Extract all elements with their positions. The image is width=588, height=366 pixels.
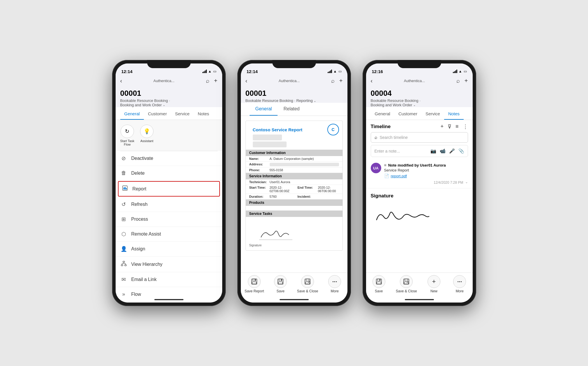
menu-item-remote-assist[interactable]: ⬡ Remote Assist bbox=[116, 227, 222, 242]
tab-customer-3[interactable]: Customer bbox=[394, 108, 421, 120]
new-button-3[interactable]: + New bbox=[425, 275, 443, 293]
battery-icon-2: ▭ bbox=[338, 69, 342, 73]
tab-service-3[interactable]: Service bbox=[421, 108, 444, 120]
process-icon: ⊞ bbox=[120, 216, 127, 222]
timeline-more-icon[interactable]: ⋮ bbox=[463, 123, 468, 130]
add-icon-2[interactable]: + bbox=[339, 77, 343, 84]
home-indicator-3 bbox=[366, 297, 473, 303]
more-button-3[interactable]: ··· More bbox=[451, 275, 468, 293]
tab-related-2[interactable]: Related bbox=[278, 103, 305, 116]
note-timestamp: 12/4/2020 7:28 PM bbox=[434, 181, 463, 185]
svg-rect-6 bbox=[125, 265, 126, 266]
save-button-3[interactable]: Save bbox=[370, 275, 388, 293]
save-close-button-3[interactable]: Save & Close bbox=[396, 275, 417, 293]
save-report-icon bbox=[248, 275, 261, 288]
menu-item-flow[interactable]: » Flow bbox=[116, 287, 222, 297]
notch-2 bbox=[272, 60, 316, 68]
avatar-ua: UA bbox=[371, 163, 381, 173]
search-icon-3[interactable]: ⌕ bbox=[456, 77, 460, 84]
chevron-down-icon-2[interactable]: ⌄ bbox=[314, 99, 316, 102]
tabs-bar-3: General Customer Service Notes bbox=[366, 108, 473, 120]
tab-general-2[interactable]: General bbox=[250, 103, 278, 116]
status-icons-1: ▲ ▭ bbox=[202, 69, 216, 73]
menu-item-assign[interactable]: 👤 Assign bbox=[116, 242, 222, 257]
quick-action-start-task-flow[interactable]: ↻ Start TaskFlow bbox=[120, 125, 135, 146]
save-close-label-2: Save & Close bbox=[297, 289, 318, 293]
back-button-3[interactable]: ‹ bbox=[371, 77, 373, 84]
wifi-icon-3: ▲ bbox=[459, 69, 462, 73]
attach-icon[interactable]: 📎 bbox=[458, 148, 464, 154]
tab-notes-1[interactable]: Notes bbox=[194, 108, 213, 120]
chevron-down-icon-1[interactable]: ⌄ bbox=[163, 103, 165, 107]
report-service-header: Service Information bbox=[246, 173, 342, 179]
report-container: Contoso Service Report C Customer Inform… bbox=[241, 116, 347, 255]
menu-item-view-hierarchy[interactable]: View Hierarchy bbox=[116, 257, 222, 272]
phone-2: 12:14 ▲ ▭ ‹ Authentica... ⌕ + bbox=[237, 60, 351, 306]
save-report-button[interactable]: Save Report bbox=[245, 275, 264, 293]
svg-rect-16 bbox=[278, 279, 283, 284]
menu-item-report[interactable]: Report bbox=[118, 181, 220, 197]
view-hierarchy-icon bbox=[120, 261, 127, 268]
phone-2-inner: 12:14 ▲ ▭ ‹ Authentica... ⌕ + bbox=[241, 63, 347, 303]
svg-rect-18 bbox=[278, 282, 282, 284]
timeline-add-icon[interactable]: + bbox=[440, 123, 444, 130]
home-indicator-2 bbox=[241, 297, 347, 303]
save-close-icon-2 bbox=[301, 275, 314, 288]
report-two-col-duration: Duration: 5760 Incident: bbox=[246, 194, 342, 199]
save-close-button-2[interactable]: Save & Close bbox=[297, 275, 318, 293]
menu-item-refresh[interactable]: ↺ Refresh bbox=[116, 197, 222, 212]
phone-3: 12:16 ▲ ▭ ‹ Authentica... ⌕ + bbox=[363, 60, 476, 306]
signal-icon-3 bbox=[453, 70, 457, 73]
note-input-area[interactable]: Enter a note... 📷 📹 🎤 📎 bbox=[371, 145, 468, 157]
report-field-name: Name: A. Datum Corporation (sample) bbox=[246, 156, 342, 162]
tab-customer-1[interactable]: Customer bbox=[144, 108, 171, 120]
nav-actions-3: ⌕ + bbox=[456, 77, 468, 84]
report-card: Contoso Service Report C Customer Inform… bbox=[246, 121, 343, 251]
menu-item-deactivate[interactable]: ⊘ Deactivate bbox=[116, 151, 222, 166]
save-button-2[interactable]: Save bbox=[272, 275, 289, 293]
signal-icon-1 bbox=[202, 70, 207, 73]
quick-action-assistant[interactable]: 💡 Assistant bbox=[140, 125, 153, 146]
menu-item-process[interactable]: ⊞ Process bbox=[116, 212, 222, 227]
add-icon-3[interactable]: + bbox=[465, 77, 468, 84]
report-field-technician: Technician: User01 Aurora bbox=[246, 179, 342, 185]
mic-icon[interactable]: 🎤 bbox=[449, 148, 455, 154]
chevron-down-icon-3[interactable]: ⌄ bbox=[413, 103, 416, 107]
wifi-icon-1: ▲ bbox=[208, 69, 212, 73]
status-icons-2: ▲ ▭ bbox=[328, 69, 342, 73]
search-timeline[interactable]: ⌕ Search timeline bbox=[371, 132, 468, 143]
home-indicator-1 bbox=[116, 297, 222, 303]
email-link-icon: ✉ bbox=[120, 276, 127, 283]
menu-item-email-link[interactable]: ✉ Email a Link bbox=[116, 272, 222, 287]
tab-general-3[interactable]: General bbox=[371, 108, 394, 120]
tabs-bar-2: General Related bbox=[241, 103, 347, 116]
search-icon-1[interactable]: ⌕ bbox=[206, 77, 209, 84]
timeline-filter-icon[interactable]: ⊽ bbox=[448, 123, 451, 130]
timeline-expand-icon[interactable]: ⌄ bbox=[465, 180, 468, 184]
notch-3 bbox=[398, 60, 441, 68]
content-2: Contoso Service Report C Customer Inform… bbox=[241, 116, 347, 273]
app-title-1: Authentica... bbox=[153, 79, 174, 83]
more-label-2: More bbox=[331, 289, 338, 293]
timeline-list-icon[interactable]: ≡ bbox=[455, 123, 459, 130]
deactivate-icon: ⊘ bbox=[120, 155, 127, 162]
pdf-link[interactable]: report.pdf bbox=[391, 174, 407, 178]
add-icon-1[interactable]: + bbox=[214, 77, 218, 84]
camera-icon[interactable]: 📷 bbox=[430, 148, 436, 154]
note-icon: ≡ bbox=[384, 163, 386, 167]
video-icon[interactable]: 📹 bbox=[440, 148, 446, 154]
start-task-flow-label: Start TaskFlow bbox=[120, 139, 135, 146]
search-icon-2[interactable]: ⌕ bbox=[331, 77, 335, 84]
record-subtitle-3: Booking and Work Order ⌄ bbox=[371, 103, 468, 107]
report-signature-label: Signature bbox=[249, 244, 339, 247]
menu-item-delete[interactable]: 🗑 Delete bbox=[116, 166, 222, 181]
more-button-2[interactable]: ··· More bbox=[326, 275, 343, 293]
tab-notes-3[interactable]: Notes bbox=[444, 108, 464, 120]
back-button-1[interactable]: ‹ bbox=[120, 77, 122, 84]
tab-general-1[interactable]: General bbox=[120, 108, 144, 120]
tab-service-1[interactable]: Service bbox=[171, 108, 194, 120]
nav-bar-3: ‹ Authentica... ⌕ + bbox=[366, 76, 473, 86]
back-button-2[interactable]: ‹ bbox=[246, 77, 248, 84]
tabs-bar-1: General Customer Service Notes bbox=[116, 108, 222, 120]
bottom-toolbar-3: Save Save & Close + New bbox=[366, 273, 473, 297]
